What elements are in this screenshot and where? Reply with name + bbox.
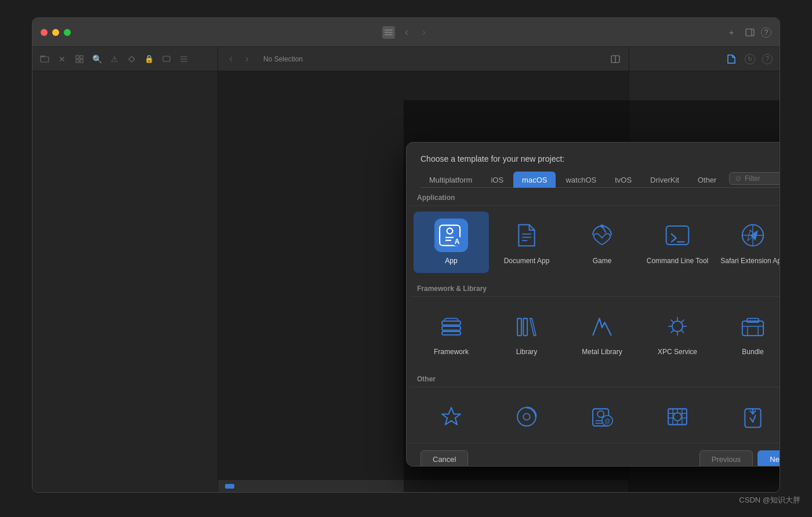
tab-multiplatform[interactable]: Multiplatform	[420, 172, 481, 188]
filter-input[interactable]	[745, 174, 780, 183]
nav-forward-btn[interactable]: ›	[418, 27, 430, 38]
svg-rect-35	[442, 326, 461, 330]
add-icon[interactable]: +	[724, 25, 739, 40]
dialog-footer: Cancel Previous Next	[407, 443, 780, 467]
lock-icon[interactable]: 🔒	[143, 53, 155, 65]
grid-icon[interactable]	[73, 53, 86, 65]
template-item-framework[interactable]: Framework	[414, 303, 489, 364]
template-item-metal-library[interactable]: Metal Library	[564, 303, 640, 364]
template-content: Application	[407, 188, 780, 443]
svg-rect-37	[517, 318, 521, 336]
template-item-xpc-service[interactable]: XPC Service	[640, 303, 715, 364]
svg-text:A: A	[454, 238, 459, 246]
template-item-other2[interactable]	[489, 393, 564, 443]
other1-icon	[434, 400, 468, 434]
svg-line-46	[682, 319, 684, 322]
new-project-dialog: Choose a template for your new project: …	[406, 142, 780, 467]
template-item-game[interactable]: Game	[564, 212, 640, 273]
tab-driverkit[interactable]: DriverKit	[641, 172, 688, 188]
template-item-other3[interactable]: @	[564, 393, 640, 443]
inspector-toggle-icon[interactable]	[742, 25, 757, 40]
cancel-button[interactable]: Cancel	[420, 450, 468, 467]
inspector-refresh-icon[interactable]: ↻	[745, 54, 755, 64]
template-item-command-line-tool[interactable]: Command Line Tool	[640, 212, 715, 273]
inspector-help-icon[interactable]: ?	[762, 54, 773, 64]
svg-rect-8	[76, 60, 79, 63]
content-area: ✕ 🔍 ⚠ 🔒	[32, 47, 780, 492]
xpc-service-icon	[661, 310, 694, 343]
maximize-button[interactable]	[64, 29, 71, 36]
sidebar-toggle-btn[interactable]	[382, 26, 395, 39]
template-label-command-line-tool: Command Line Tool	[647, 257, 709, 266]
tab-watchos[interactable]: watchOS	[557, 172, 605, 188]
svg-rect-38	[523, 318, 527, 336]
document-app-icon	[510, 219, 543, 252]
close-button[interactable]	[41, 29, 48, 36]
template-item-other5[interactable]	[715, 393, 780, 443]
folder-icon[interactable]	[38, 53, 51, 65]
list-icon[interactable]	[177, 53, 190, 65]
previous-button[interactable]: Previous	[699, 450, 753, 467]
template-item-library[interactable]: Library	[489, 303, 564, 364]
editor-layout-icon[interactable]	[609, 53, 622, 65]
tab-macos[interactable]: macOS	[513, 172, 556, 188]
filter-input-container[interactable]: ⊙	[729, 172, 780, 185]
tab-tvos[interactable]: tvOS	[606, 172, 640, 188]
warning-icon[interactable]: ⚠	[108, 53, 121, 65]
minimize-button[interactable]	[52, 29, 59, 36]
other5-icon	[736, 400, 770, 434]
svg-rect-9	[80, 60, 83, 63]
template-label-game: Game	[593, 257, 612, 266]
inspector-toolbar: ↻ ?	[629, 47, 780, 71]
editor-toolbar: ‹ › No Selection	[218, 47, 629, 71]
svg-point-67	[673, 413, 682, 421]
svg-point-54	[523, 414, 530, 420]
template-label-library: Library	[516, 348, 538, 357]
template-label-framework: Framework	[434, 348, 469, 357]
rect-icon[interactable]	[160, 53, 173, 65]
safari-extension-icon	[736, 219, 770, 252]
metal-library-icon	[585, 310, 619, 343]
next-button[interactable]: Next	[757, 450, 780, 467]
editor-nav-back[interactable]: ‹	[225, 53, 237, 65]
nav-back-btn[interactable]: ‹	[401, 27, 412, 38]
editor-main: Choose a template for your new project: …	[218, 71, 629, 479]
template-item-other4[interactable]	[640, 393, 715, 443]
diamond-icon[interactable]	[125, 53, 138, 65]
bundle-icon	[736, 310, 770, 343]
watermark: CSDN @知识大胖	[739, 495, 800, 505]
section-header-application: Application	[410, 188, 780, 206]
x-icon[interactable]: ✕	[56, 53, 68, 65]
svg-rect-34	[442, 321, 461, 325]
template-label-xpc-service: XPC Service	[658, 348, 697, 357]
template-item-other1[interactable]	[414, 393, 489, 443]
editor-right-icons	[609, 53, 622, 65]
search-icon[interactable]: 🔍	[90, 53, 103, 65]
template-item-document-app[interactable]: Document App	[489, 212, 564, 273]
template-label-metal-library: Metal Library	[582, 348, 622, 357]
template-item-safari-extension[interactable]: Safari Extension App	[715, 212, 780, 273]
tab-ios[interactable]: iOS	[482, 172, 512, 188]
title-bar-right-icons: + ?	[724, 25, 771, 40]
template-item-app[interactable]: A App	[414, 212, 489, 273]
title-bar: ‹ › + ?	[32, 18, 780, 47]
filter-icon: ⊙	[735, 174, 741, 183]
svg-rect-5	[41, 57, 49, 62]
svg-rect-6	[76, 56, 79, 59]
editor-nav-forward[interactable]: ›	[241, 53, 253, 65]
svg-text:@: @	[604, 418, 610, 425]
sidebar: ✕ 🔍 ⚠ 🔒	[32, 47, 218, 492]
template-item-bundle[interactable]: Bundle	[715, 303, 780, 364]
svg-line-47	[671, 330, 674, 333]
other-grid: @	[410, 387, 780, 443]
section-header-other: Other	[410, 369, 780, 387]
svg-point-39	[672, 321, 683, 332]
help-icon[interactable]: ?	[761, 27, 771, 38]
section-header-framework: Framework & Library	[410, 279, 780, 297]
svg-point-56	[597, 411, 604, 417]
library-icon	[510, 310, 543, 343]
tab-other[interactable]: Other	[689, 172, 726, 188]
template-label-bundle: Bundle	[742, 348, 763, 357]
template-label-app: App	[445, 257, 457, 266]
inspector-file-icon[interactable]	[725, 53, 738, 65]
